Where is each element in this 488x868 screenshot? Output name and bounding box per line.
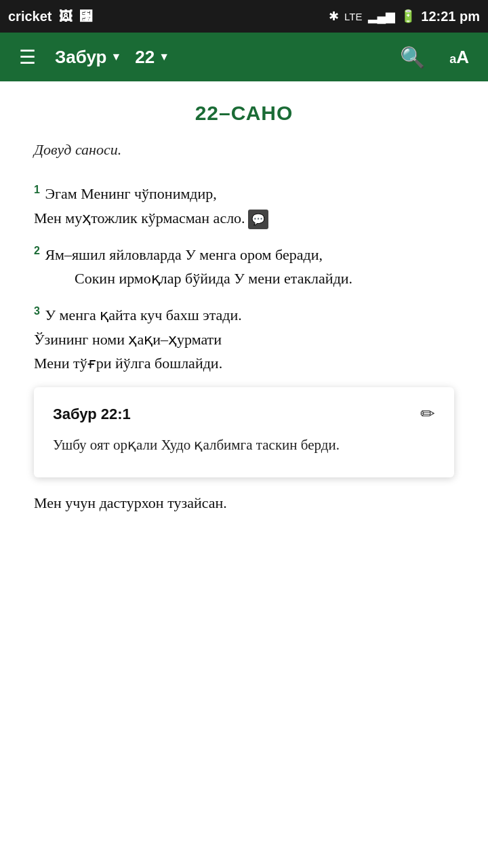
verse-1: 1 Эгам Менинг чўпонимдир, Мен муҳтожлик … <box>34 181 454 230</box>
verse-2-line1: Ям–яшил яйловларда У менга ором беради, <box>45 246 323 263</box>
note-popup-header: Забур 22:1 ✏ <box>53 403 435 425</box>
note-popup-reference: Забур 22:1 <box>53 406 131 423</box>
font-size-button[interactable]: aA <box>444 41 474 73</box>
chapter-subtitle: Довуд саноси. <box>34 138 454 161</box>
verse-number-3: 3 <box>34 305 40 317</box>
verse-1-line2: Мен муҳтожлик кўрмасман асло. <box>34 210 245 226</box>
carrier-label: cricket <box>8 9 52 24</box>
search-button[interactable]: 🔍 <box>394 40 430 75</box>
book-selector[interactable]: Забур ▼ <box>55 47 121 68</box>
verse-2: 2 Ям–яшил яйловларда У менга ором беради… <box>34 242 454 291</box>
bottom-verse: Мен учун дастурхон тузайсан. <box>34 491 454 515</box>
chapter-dropdown-arrow: ▼ <box>159 51 169 63</box>
verse-3-line1: У менга қайта куч бахш этади. <box>45 307 241 324</box>
note-popup-text: Ушбу оят орқали Худо қалбимга таскин бер… <box>53 434 435 457</box>
status-time: 12:21 pm <box>421 9 480 24</box>
verse-1-line1: Эгам Менинг чўпонимдир, <box>45 185 216 202</box>
verse-2-line2: Сокин ирмоқлар бўйида У мени етаклайди. <box>34 267 454 290</box>
book-name: Забур <box>55 47 106 68</box>
verse-3: 3 У менга қайта куч бахш этади. Ўзининг … <box>34 302 454 375</box>
verse-3-line2: Ўзининг номи ҳақи–ҳурмати <box>34 331 222 348</box>
note-popup: Забур 22:1 ✏ Ушбу оят орқали Худо қалбим… <box>34 387 454 477</box>
lte-icon: LTE <box>344 11 362 22</box>
comment-icon-verse1[interactable]: 💬 <box>248 210 268 230</box>
signal-icon: ▂▄▆ <box>368 9 396 24</box>
book-dropdown-arrow: ▼ <box>110 51 121 63</box>
verse-3-line3: Мени тўғри йўлга бошлайди. <box>34 355 222 372</box>
main-content: 22–САНО Довуд саноси. 1 Эгам Менинг чўпо… <box>0 81 488 868</box>
battery-icon: 🔋 <box>401 9 415 24</box>
verse-number-2: 2 <box>34 245 40 256</box>
image-icon: 🖼 <box>59 9 73 24</box>
top-nav-bar: ☰ Забур ▼ 22 ▼ 🔍 aA <box>0 33 488 81</box>
chapter-selector[interactable]: 22 ▼ <box>135 47 169 68</box>
chapter-number: 22 <box>135 47 155 68</box>
verse-number-1: 1 <box>34 184 40 195</box>
menu-button[interactable]: ☰ <box>14 41 41 74</box>
usb-icon: ␧ <box>79 9 93 24</box>
note-edit-button[interactable]: ✏ <box>420 403 435 425</box>
status-bar: cricket 🖼 ␧ ✱ LTE ▂▄▆ 🔋 12:21 pm <box>0 0 488 33</box>
bluetooth-icon: ✱ <box>329 9 339 24</box>
chapter-title: 22–САНО <box>34 102 454 125</box>
